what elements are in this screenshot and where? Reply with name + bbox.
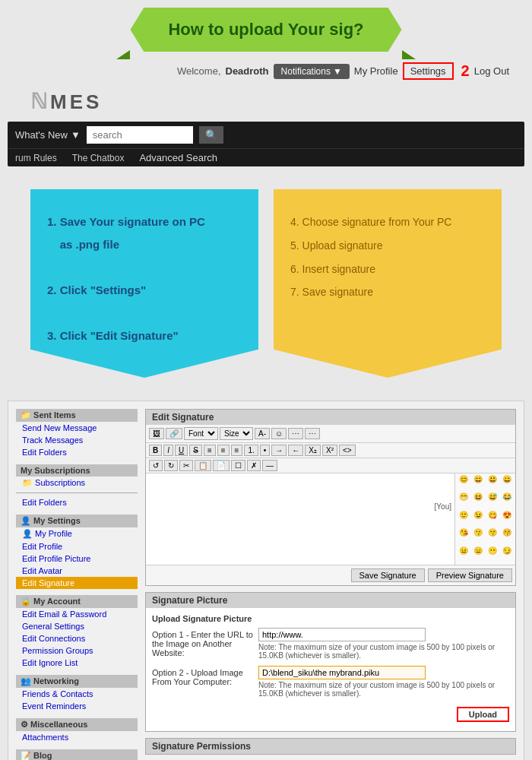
settings-link[interactable]: Settings xyxy=(403,62,454,80)
emoji-1[interactable]: 😊 xyxy=(457,475,470,492)
emoji-13[interactable]: 😘 xyxy=(457,528,470,545)
paste-btn[interactable]: 📄 xyxy=(213,460,230,471)
source-btn[interactable]: <> xyxy=(339,445,356,456)
undo-btn[interactable]: ↺ xyxy=(149,460,163,471)
sidebar-link-email-password[interactable]: Edit Email & Password xyxy=(16,608,138,620)
file-input[interactable] xyxy=(258,666,426,679)
save-signature-button[interactable]: Save Signature xyxy=(351,568,425,582)
sidebar-link-attachments[interactable]: Attachments xyxy=(16,731,138,743)
emoji-9[interactable]: 🙂 xyxy=(457,511,470,527)
signature-editor[interactable] xyxy=(146,473,270,499)
sup-btn[interactable]: X² xyxy=(322,445,337,456)
advanced-search-link[interactable]: Advanced Search xyxy=(139,152,217,163)
emoji-7[interactable]: 😅 xyxy=(486,492,499,509)
emoji-10[interactable]: 😉 xyxy=(471,511,485,527)
sidebar-link-event-reminders[interactable]: Event Reminders xyxy=(16,700,138,712)
yellow-instruction-2: 5. Upload signature xyxy=(290,234,485,258)
whats-new-arrow-icon: ▼ xyxy=(71,129,81,141)
emoji-15[interactable]: 😙 xyxy=(486,528,499,545)
emoji-2[interactable]: 😄 xyxy=(471,475,485,492)
remove-btn[interactable]: ✗ xyxy=(247,460,261,471)
copy-btn[interactable]: 📋 xyxy=(195,460,211,471)
sidebar-link-edit-ignore-list[interactable]: Edit Ignore List xyxy=(16,657,138,669)
nav-toolbar-bottom: rum Rules The Chatbox Advanced Search xyxy=(8,148,524,166)
forum-rules-link[interactable]: rum Rules xyxy=(15,153,57,163)
emoji-18[interactable]: 😑 xyxy=(471,546,485,563)
align-center-btn[interactable]: ≡ xyxy=(217,445,230,456)
logout-link[interactable]: Log Out xyxy=(474,65,509,77)
url-input[interactable] xyxy=(258,628,426,641)
selectall-btn[interactable]: ☐ xyxy=(231,460,245,471)
emoji-11[interactable]: 😋 xyxy=(486,511,499,527)
sidebar-link-edit-folders-2[interactable]: Edit Folders xyxy=(16,496,138,508)
cut-btn[interactable]: ✂ xyxy=(179,460,193,471)
emoji-6[interactable]: 😆 xyxy=(471,492,485,509)
format-smiley-btn[interactable]: ☺ xyxy=(271,428,287,439)
sidebar-link-edit-profile[interactable]: Edit Profile xyxy=(16,540,138,553)
sidebar-link-permission-groups[interactable]: Permission Groups xyxy=(16,644,138,657)
toolbar-extra-btn2[interactable]: ⋯ xyxy=(305,428,320,439)
upload-option1-row: Option 1 - Enter the URL to the Image on… xyxy=(152,628,509,660)
search-input[interactable] xyxy=(87,126,193,144)
italic-btn[interactable]: I xyxy=(163,445,173,456)
my-profile-link[interactable]: My Profile xyxy=(354,65,398,77)
underline-btn[interactable]: U xyxy=(175,445,188,456)
sidebar-link-edit-avatar[interactable]: Edit Avatar xyxy=(16,565,138,577)
emoji-16[interactable]: 😚 xyxy=(500,528,514,545)
sidebar-link-edit-folders-1[interactable]: Edit Folders xyxy=(16,446,138,458)
sidebar-section-my-account: 🔒 My Account Edit Email & Password Gener… xyxy=(16,595,138,669)
ul-btn[interactable]: • xyxy=(260,445,271,456)
hr-btn[interactable]: — xyxy=(262,460,277,471)
sub-btn[interactable]: X₂ xyxy=(305,445,321,456)
instructions-area: 1. Save Your signature on PC as .png fil… xyxy=(0,166,532,401)
sidebar-link-track-messages[interactable]: Track Messages xyxy=(16,434,138,446)
signature-picture-box: Signature Picture Upload Signature Pictu… xyxy=(145,592,516,732)
toolbar-row2: B I U S ≡ ≡ ≡ 1. • → ← X₂ X² <> xyxy=(146,443,515,458)
emoji-8[interactable]: 😂 xyxy=(500,492,514,509)
align-right-btn[interactable]: ≡ xyxy=(231,445,243,456)
notifications-button[interactable]: Notifications ▼ xyxy=(274,64,350,79)
whats-new-button[interactable]: What's New ▼ xyxy=(15,129,81,141)
sidebar-section-networking: 👥 Networking Friends & Contacts Event Re… xyxy=(16,675,138,712)
emoji-14[interactable]: 😗 xyxy=(471,528,485,545)
sidebar-link-edit-connections[interactable]: Edit Connections xyxy=(16,632,138,644)
toolbar-extra-btn[interactable]: ⋯ xyxy=(288,428,303,439)
format-a-btn[interactable]: A- xyxy=(255,428,270,439)
emoji-17[interactable]: 😐 xyxy=(457,546,470,563)
upload-button[interactable]: Upload xyxy=(457,707,509,722)
sidebar-section-my-settings: 👤 My Settings 👤 My Profile Edit Profile … xyxy=(16,515,138,589)
strikethrough-btn[interactable]: S xyxy=(189,445,202,456)
outdent-btn[interactable]: ← xyxy=(288,445,303,456)
toolbar-img-btn[interactable]: 🖼 xyxy=(149,428,164,439)
emoji-20[interactable]: 😏 xyxy=(500,546,514,563)
settings-label: Settings xyxy=(410,65,446,77)
sidebar-link-friends-contacts[interactable]: Friends & Contacts xyxy=(16,688,138,700)
sidebar-header-blog: 📝 Blog xyxy=(16,749,138,760)
chatbox-link[interactable]: The Chatbox xyxy=(72,153,125,163)
emoji-4[interactable]: 😀 xyxy=(500,475,514,492)
sidebar-header-sent-items: 📁 Sent Items xyxy=(16,409,138,422)
redo-btn[interactable]: ↻ xyxy=(164,460,178,471)
sidebar-link-edit-signature[interactable]: Edit Signature xyxy=(16,577,138,589)
emoji-12[interactable]: 😍 xyxy=(500,511,514,527)
sidebar-link-edit-profile-picture[interactable]: Edit Profile Picture xyxy=(16,553,138,565)
emoji-3[interactable]: 😃 xyxy=(486,475,499,492)
sidebar-link-subscriptions[interactable]: 📁 Subscriptions xyxy=(16,477,138,489)
ol-btn[interactable]: 1. xyxy=(244,445,258,456)
indent-btn[interactable]: → xyxy=(271,445,287,456)
search-button[interactable]: 🔍 xyxy=(199,126,223,144)
toolbar-link-btn[interactable]: 🔗 xyxy=(166,428,182,439)
emoji-19[interactable]: 😶 xyxy=(486,546,499,563)
sidebar-link-send-message[interactable]: Send New Message xyxy=(16,422,138,434)
sidebar-link-general-settings[interactable]: General Settings xyxy=(16,620,138,632)
size-select[interactable]: Size xyxy=(220,427,253,440)
sidebar-link-my-profile[interactable]: 👤 My Profile xyxy=(16,527,138,540)
align-left-btn[interactable]: ≡ xyxy=(204,445,216,456)
font-select[interactable]: Font xyxy=(184,427,218,440)
emoji-5[interactable]: 😁 xyxy=(457,492,470,509)
preview-signature-button[interactable]: Preview Signature xyxy=(428,568,512,582)
bold-btn[interactable]: B xyxy=(149,445,162,456)
blog-icon: 📝 xyxy=(21,751,31,760)
notifications-arrow-icon: ▼ xyxy=(333,66,342,77)
blue-instruction-2: as .png file xyxy=(47,233,242,256)
